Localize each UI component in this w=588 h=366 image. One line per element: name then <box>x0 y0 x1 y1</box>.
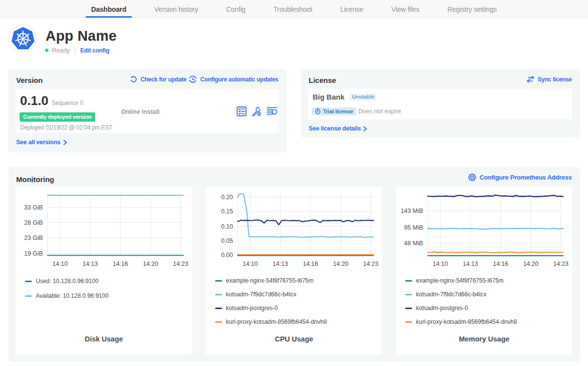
svg-text:14:20: 14:20 <box>333 261 348 267</box>
svg-text:14:23: 14:23 <box>173 261 188 267</box>
svg-text:0.20: 0.20 <box>221 194 233 201</box>
svg-text:14:23: 14:23 <box>363 261 378 267</box>
svg-text:14:20: 14:20 <box>143 261 158 267</box>
svg-text:14:16: 14:16 <box>303 261 318 267</box>
svg-text:0.00: 0.00 <box>221 252 233 259</box>
svg-text:14:10: 14:10 <box>433 261 448 267</box>
svg-text:14:23: 14:23 <box>553 261 568 267</box>
svg-text:95 MiB: 95 MiB <box>404 224 423 231</box>
svg-text:143 MiB: 143 MiB <box>401 208 423 214</box>
svg-text:14:13: 14:13 <box>272 261 288 267</box>
svg-text:28 GiB: 28 GiB <box>24 219 43 226</box>
svg-text:14:13: 14:13 <box>463 261 478 267</box>
svg-text:33 GiB: 33 GiB <box>24 204 43 211</box>
svg-text:0.15: 0.15 <box>221 208 233 215</box>
svg-text:14:20: 14:20 <box>523 261 539 267</box>
svg-text:48 MiB: 48 MiB <box>404 240 423 247</box>
svg-text:14:10: 14:10 <box>243 261 258 267</box>
svg-text:19 GiB: 19 GiB <box>24 250 43 257</box>
svg-text:0.10: 0.10 <box>221 223 233 230</box>
svg-text:14:16: 14:16 <box>113 261 128 267</box>
svg-text:0.05: 0.05 <box>221 237 233 244</box>
svg-text:14:13: 14:13 <box>82 261 98 267</box>
svg-text:14:10: 14:10 <box>52 261 68 267</box>
svg-text:23 GiB: 23 GiB <box>24 235 43 241</box>
svg-text:14:16: 14:16 <box>493 261 508 267</box>
